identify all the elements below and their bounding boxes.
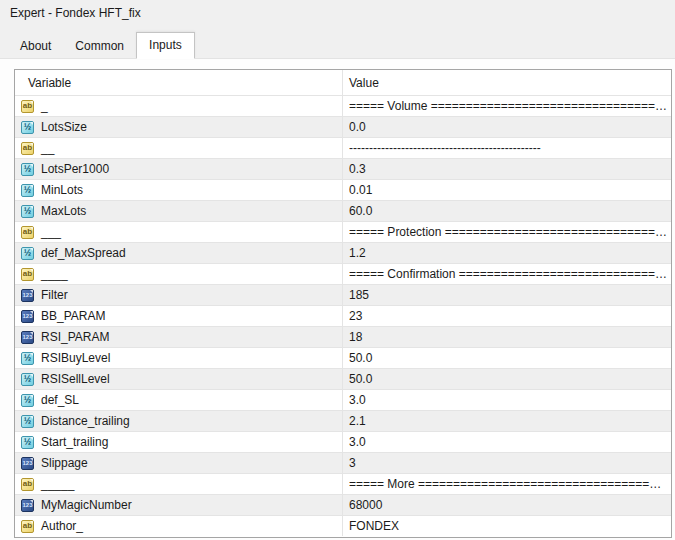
table-row[interactable]: 123 MyMagicNumber 68000 (15, 494, 671, 515)
table-row[interactable]: ½ def_SL 3.0 (15, 389, 671, 410)
variable-cell[interactable]: ab _ (15, 96, 343, 116)
value-text: ===== Volume ===========================… (349, 99, 667, 113)
value-text: 3.0 (349, 393, 667, 407)
variable-cell[interactable]: ½ def_SL (15, 390, 343, 410)
variable-name: Start_trailing (41, 435, 108, 449)
value-cell[interactable]: 50.0 (343, 348, 671, 368)
table-row[interactable]: ½ RSIBuyLevel 50.0 (15, 347, 671, 368)
value-cell[interactable]: 1.2 (343, 243, 671, 263)
value-cell[interactable]: 185 (343, 285, 671, 305)
double-parameter-icon: ½ (21, 184, 34, 197)
variable-cell[interactable]: ab __ (15, 138, 343, 158)
table-row[interactable]: ½ Start_trailing 3.0 (15, 431, 671, 452)
table-row[interactable]: ½ MinLots 0.01 (15, 179, 671, 200)
value-text: 0.01 (349, 183, 667, 197)
variable-name: _____ (41, 477, 74, 491)
table-row[interactable]: 123 Filter 185 (15, 284, 671, 305)
tab-common[interactable]: Common (63, 34, 136, 58)
variable-cell[interactable]: ab Author_ (15, 516, 343, 536)
table-row[interactable]: ab ___ ===== Protection ================… (15, 221, 671, 242)
variable-cell[interactable]: 123 BB_PARAM (15, 306, 343, 326)
table-row[interactable]: ½ RSISellLevel 50.0 (15, 368, 671, 389)
value-cell[interactable]: 2.1 (343, 411, 671, 431)
variable-name: def_MaxSpread (41, 246, 126, 260)
table-row[interactable]: ab ____ ===== Confirmation =============… (15, 263, 671, 284)
double-parameter-icon: ½ (21, 163, 34, 176)
value-cell[interactable]: ===== More =============================… (343, 474, 671, 494)
value-cell[interactable]: 3 (343, 453, 671, 473)
table-row[interactable]: ab __ ----------------------------------… (15, 137, 671, 158)
variable-cell[interactable]: ½ MinLots (15, 180, 343, 200)
variable-cell[interactable]: ½ Start_trailing (15, 432, 343, 452)
variable-name: LotsSize (41, 120, 87, 134)
column-header-variable[interactable]: Variable (15, 70, 343, 95)
tab-strip: About Common Inputs (8, 34, 195, 58)
value-cell[interactable]: 0.3 (343, 159, 671, 179)
table-row[interactable]: 123 RSI_PARAM 18 (15, 326, 671, 347)
value-text: 2.1 (349, 414, 667, 428)
variable-cell[interactable]: ab _____ (15, 474, 343, 494)
variable-cell[interactable]: ½ Distance_trailing (15, 411, 343, 431)
variable-cell[interactable]: ½ RSISellLevel (15, 369, 343, 389)
window-title: Expert - Fondex HFT_fix (10, 6, 141, 20)
variable-name: def_SL (41, 393, 79, 407)
variable-cell[interactable]: ½ MaxLots (15, 201, 343, 221)
value-cell[interactable]: 23 (343, 306, 671, 326)
variable-cell[interactable]: ab ____ (15, 264, 343, 284)
integer-parameter-icon: 123 (21, 289, 34, 302)
table-row[interactable]: 123 BB_PARAM 23 (15, 305, 671, 326)
table-row[interactable]: 123 Slippage 3 (15, 452, 671, 473)
variable-cell[interactable]: 123 Filter (15, 285, 343, 305)
variable-cell[interactable]: ab ___ (15, 222, 343, 242)
value-cell[interactable]: 3.0 (343, 432, 671, 452)
variable-cell[interactable]: ½ LotsPer1000 (15, 159, 343, 179)
value-cell[interactable]: ===== Volume ===========================… (343, 96, 671, 116)
table-row[interactable]: ab Author_ FONDEX (15, 515, 671, 536)
table-row[interactable]: ab _____ ===== More ====================… (15, 473, 671, 494)
value-cell[interactable]: ===== Confirmation =====================… (343, 264, 671, 284)
value-cell[interactable]: 18 (343, 327, 671, 347)
tab-inputs[interactable]: Inputs (136, 32, 195, 59)
variable-cell[interactable]: 123 MyMagicNumber (15, 495, 343, 515)
table-body: ab _ ===== Volume ======================… (15, 95, 671, 536)
value-cell[interactable]: 0.0 (343, 117, 671, 137)
variable-name: MyMagicNumber (41, 498, 132, 512)
value-cell[interactable]: ===== Protection =======================… (343, 222, 671, 242)
variable-cell[interactable]: 123 RSI_PARAM (15, 327, 343, 347)
variable-name: RSI_PARAM (41, 330, 109, 344)
value-cell[interactable]: 0.01 (343, 180, 671, 200)
table-row[interactable]: ½ MaxLots 60.0 (15, 200, 671, 221)
table-row[interactable]: ½ def_MaxSpread 1.2 (15, 242, 671, 263)
variable-cell[interactable]: 123 Slippage (15, 453, 343, 473)
value-text: 60.0 (349, 204, 667, 218)
variable-cell[interactable]: ½ def_MaxSpread (15, 243, 343, 263)
variable-name: MaxLots (41, 204, 86, 218)
value-text: 68000 (349, 498, 667, 512)
table-row[interactable]: ab _ ===== Volume ======================… (15, 95, 671, 116)
table-row[interactable]: ½ LotsPer1000 0.3 (15, 158, 671, 179)
value-cell[interactable]: ----------------------------------------… (343, 138, 671, 158)
variable-cell[interactable]: ½ RSIBuyLevel (15, 348, 343, 368)
variable-cell[interactable]: ½ LotsSize (15, 117, 343, 137)
value-cell[interactable]: 50.0 (343, 369, 671, 389)
integer-parameter-icon: 123 (21, 331, 34, 344)
variable-name: _ (41, 99, 48, 113)
value-cell[interactable]: 68000 (343, 495, 671, 515)
value-cell[interactable]: 3.0 (343, 390, 671, 410)
inputs-tab-page: Variable Value ab _ ===== Volume =======… (0, 58, 675, 540)
string-parameter-icon: ab (21, 268, 34, 281)
double-parameter-icon: ½ (21, 121, 34, 134)
variable-name: Distance_trailing (41, 414, 130, 428)
tab-about[interactable]: About (8, 34, 63, 58)
variable-name: MinLots (41, 183, 83, 197)
value-text: 18 (349, 330, 667, 344)
variable-name: RSISellLevel (41, 372, 110, 386)
integer-parameter-icon: 123 (21, 499, 34, 512)
table-row[interactable]: ½ Distance_trailing 2.1 (15, 410, 671, 431)
value-cell[interactable]: 60.0 (343, 201, 671, 221)
double-parameter-icon: ½ (21, 247, 34, 260)
string-parameter-icon: ab (21, 142, 34, 155)
table-row[interactable]: ½ LotsSize 0.0 (15, 116, 671, 137)
column-header-value[interactable]: Value (343, 70, 671, 95)
value-cell[interactable]: FONDEX (343, 516, 671, 536)
